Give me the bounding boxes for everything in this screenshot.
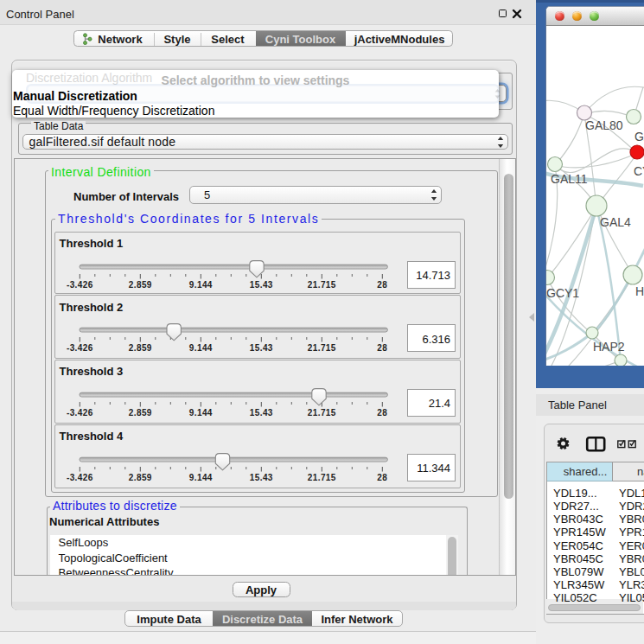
svg-text:GCY1: GCY1 [546,286,579,300]
svg-text:-3.426: -3.426 [66,343,92,353]
svg-text:28: 28 [377,408,387,418]
svg-text:-3.426: -3.426 [66,280,92,290]
svg-text:28: 28 [377,473,387,482]
svg-text:21.715: 21.715 [307,473,335,482]
svg-text:9.144: 9.144 [188,473,212,482]
svg-text:2.859: 2.859 [128,280,151,290]
svg-text:2.859: 2.859 [128,408,151,418]
svg-text:9.144: 9.144 [188,343,212,353]
svg-text:GAL3: GAL3 [634,130,644,143]
svg-text:9.144: 9.144 [188,280,212,290]
svg-text:2.859: 2.859 [128,343,151,353]
svg-text:-3.426: -3.426 [66,473,92,482]
svg-text:GAL11: GAL11 [551,172,588,186]
svg-text:15.43: 15.43 [249,280,272,290]
svg-text:28: 28 [377,343,387,353]
svg-text:CYC8: CYC8 [634,164,644,178]
svg-text:21.715: 21.715 [307,343,335,353]
svg-text:HAP2: HAP2 [593,340,625,354]
svg-text:15.43: 15.43 [249,473,272,482]
svg-text:15.43: 15.43 [249,343,272,353]
svg-text:21.715: 21.715 [307,408,335,418]
svg-text:21.715: 21.715 [307,280,335,290]
svg-text:GAL4: GAL4 [600,215,631,229]
svg-text:HIS7: HIS7 [635,284,644,298]
svg-text:15.43: 15.43 [249,408,272,418]
svg-text:-3.426: -3.426 [66,408,92,418]
svg-text:28: 28 [377,280,387,290]
svg-text:GAL80: GAL80 [585,118,623,132]
svg-text:2.859: 2.859 [128,473,151,482]
svg-text:9.144: 9.144 [188,408,212,418]
